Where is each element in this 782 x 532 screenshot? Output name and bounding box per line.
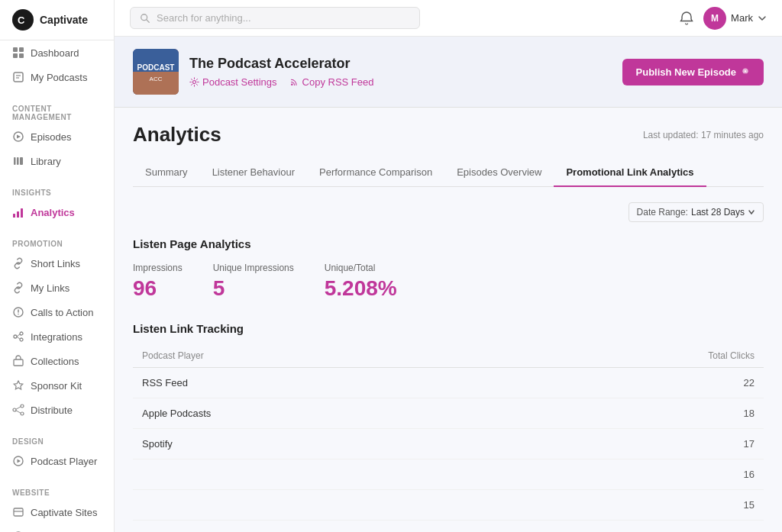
- library-icon: [12, 155, 24, 167]
- sidebar-item-analytics[interactable]: Analytics: [0, 200, 114, 224]
- search-placeholder: Search for anything...: [157, 12, 251, 24]
- tracking-table: Podcast Player Total Clicks RSS Feed 22 …: [133, 344, 764, 532]
- chevron-down-icon: [748, 208, 755, 216]
- sidebar-item-my-links[interactable]: My Links: [0, 276, 114, 300]
- publish-button[interactable]: Publish New Episode: [622, 59, 764, 85]
- svg-rect-25: [14, 360, 23, 366]
- metrics-row: Impressions 96 Unique Impressions 5 Uniq…: [133, 263, 764, 301]
- sidebar-item-captivate-sites[interactable]: Captivate Sites: [0, 500, 114, 524]
- search-icon: [140, 13, 150, 24]
- sidebar-item-wordpress[interactable]: W WordPress: [0, 524, 114, 532]
- sites-icon: [12, 506, 24, 518]
- table-row: 15: [133, 490, 764, 521]
- svg-rect-33: [14, 508, 23, 516]
- integrations-icon: [12, 330, 24, 343]
- cell-clicks: 18: [506, 398, 764, 429]
- tab-performance-comparison[interactable]: Performance Comparison: [307, 159, 444, 187]
- my-links-icon: [12, 282, 24, 294]
- svg-marker-32: [18, 459, 21, 463]
- settings-icon: [189, 77, 199, 87]
- last-updated: Last updated: 17 minutes ago: [643, 130, 764, 140]
- tab-listener-behaviour[interactable]: Listener Behaviour: [200, 159, 307, 187]
- cell-clicks: 15: [506, 490, 764, 521]
- svg-rect-14: [13, 214, 15, 218]
- date-range-label: Date Range:: [637, 207, 688, 218]
- sidebar-item-label: Distribute: [31, 405, 73, 416]
- svg-point-26: [21, 405, 24, 408]
- sidebar-item-library[interactable]: Library: [0, 149, 114, 173]
- cell-player: RSS Feed: [133, 368, 506, 398]
- svg-rect-13: [20, 157, 23, 165]
- sidebar-item-my-podcasts[interactable]: My Podcasts: [0, 65, 114, 89]
- topbar: Search for anything... M Mark: [115, 0, 782, 37]
- podcast-info: The Podcast Accelerator Podcast Settings…: [189, 56, 612, 88]
- section-label-promotion: PROMOTION: [0, 231, 114, 251]
- dashboard-icon: [12, 47, 24, 59]
- avatar: M: [703, 7, 726, 30]
- listen-link-tracking: Listen Link Tracking Podcast Player Tota…: [133, 322, 764, 532]
- sidebar-item-dashboard[interactable]: Dashboard: [0, 40, 114, 65]
- search-box[interactable]: Search for anything...: [130, 7, 420, 29]
- sidebar-item-label: Analytics: [31, 207, 75, 218]
- app-name: Captivate: [40, 14, 88, 26]
- table-row: Google Podcasts 11: [133, 521, 764, 533]
- sidebar-item-collections[interactable]: Collections: [0, 349, 114, 373]
- svg-point-20: [14, 335, 17, 338]
- player-icon: [12, 455, 24, 467]
- svg-rect-15: [17, 211, 19, 218]
- sidebar-item-short-links[interactable]: Short Links: [0, 251, 114, 276]
- tab-episodes-overview[interactable]: Episodes Overview: [444, 159, 554, 187]
- date-range-value: Last 28 Days: [691, 207, 745, 218]
- sidebar-item-integrations[interactable]: Integrations: [0, 324, 114, 349]
- impressions-label: Impressions: [133, 263, 183, 273]
- sidebar-item-calls-to-action[interactable]: Calls to Action: [0, 300, 114, 324]
- impressions-metric: Impressions 96: [133, 263, 183, 301]
- sidebar-item-label: Sponsor Kit: [31, 380, 82, 392]
- podcast-header: PODCAST ACC The Podcast Accelerator Podc…: [115, 37, 782, 108]
- user-menu[interactable]: M Mark: [703, 7, 767, 30]
- sidebar-item-podcast-player[interactable]: Podcast Player: [0, 449, 114, 473]
- col-total-clicks: Total Clicks: [506, 344, 764, 368]
- notification-icon[interactable]: [679, 11, 694, 26]
- rocket-icon: [741, 67, 750, 76]
- svg-point-28: [21, 412, 24, 415]
- svg-rect-4: [13, 53, 18, 58]
- sidebar-item-sponsor-kit[interactable]: Sponsor Kit: [0, 373, 114, 398]
- section-label-insights: INSIGHTS: [0, 179, 114, 200]
- sidebar-item-distribute[interactable]: Distribute: [0, 398, 114, 422]
- cell-clicks: 11: [506, 521, 764, 533]
- sidebar-item-label: My Podcasts: [31, 72, 87, 83]
- table-row: Apple Podcasts 18: [133, 398, 764, 429]
- podcast-thumbnail: PODCAST ACC: [133, 49, 179, 95]
- rss-icon: [289, 77, 299, 87]
- sidebar-item-label: Integrations: [31, 331, 82, 343]
- date-range-row: Date Range: Last 28 Days: [133, 202, 764, 222]
- sidebar-item-label: Captivate Sites: [31, 507, 97, 518]
- svg-line-40: [147, 19, 150, 22]
- tab-summary[interactable]: Summary: [133, 159, 200, 187]
- sidebar-item-label: Dashboard: [31, 47, 79, 59]
- date-range-button[interactable]: Date Range: Last 28 Days: [629, 202, 764, 222]
- sponsor-icon: [12, 379, 24, 392]
- copy-rss-link[interactable]: Copy RSS Feed: [289, 76, 374, 88]
- svg-rect-2: [13, 47, 18, 52]
- distribute-icon: [12, 404, 24, 416]
- cell-player: Apple Podcasts: [133, 398, 506, 429]
- sidebar-item-label: Library: [31, 156, 61, 167]
- chevron-down-icon: [758, 14, 767, 23]
- sidebar-item-label: Calls to Action: [31, 307, 93, 318]
- podcast-settings-link[interactable]: Podcast Settings: [189, 76, 277, 88]
- table-header-row: Podcast Player Total Clicks: [133, 344, 764, 368]
- cell-player: [133, 459, 506, 490]
- svg-rect-5: [19, 53, 24, 58]
- settings-link-label: Podcast Settings: [202, 76, 277, 88]
- unique-impressions-label: Unique Impressions: [213, 263, 294, 273]
- user-name: Mark: [731, 12, 753, 24]
- svg-text:ACC: ACC: [150, 76, 163, 82]
- section-label-content: CONTENT MANAGEMENT: [0, 95, 114, 124]
- podcast-title: The Podcast Accelerator: [189, 56, 612, 72]
- svg-point-19: [18, 314, 19, 315]
- podcast-thumb-image: PODCAST ACC: [133, 49, 179, 95]
- sidebar-item-episodes[interactable]: Episodes: [0, 124, 114, 149]
- tab-promotional-link-analytics[interactable]: Promotional Link Analytics: [554, 159, 706, 187]
